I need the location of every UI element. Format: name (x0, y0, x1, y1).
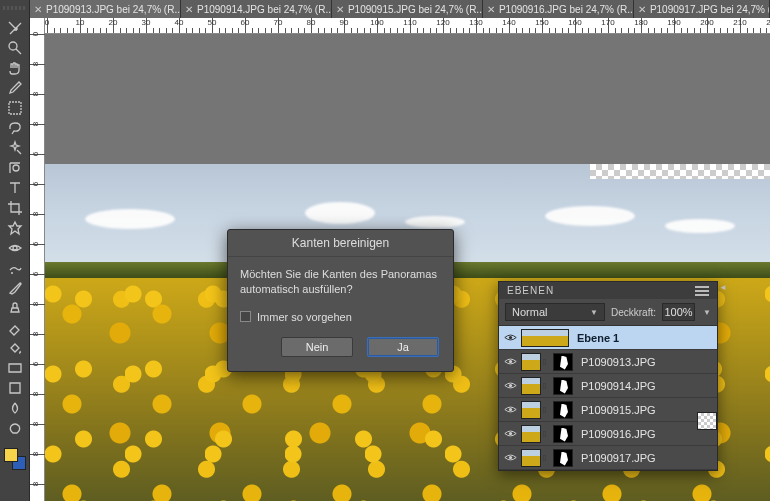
link-icon[interactable]: 𓏵 (543, 405, 551, 415)
eraser-tool[interactable] (4, 318, 26, 338)
document-tab[interactable]: ✕P1090916.JPG bei 24,7% (R... (483, 0, 634, 18)
layer-name[interactable]: P1090917.JPG (577, 452, 713, 464)
yes-button[interactable]: Ja (367, 337, 439, 357)
layer-row[interactable]: 𓏵P1090916.JPG (499, 422, 717, 446)
dialog-message: Möchten Sie die Kanten des Panoramas aut… (228, 257, 453, 303)
dialog-checkbox-row[interactable]: Immer so vorgehen (228, 303, 453, 325)
svg-point-0 (508, 336, 511, 339)
lasso-tool[interactable] (4, 118, 26, 138)
svg-point-4 (508, 432, 511, 435)
cookie-cutter-tool[interactable] (4, 218, 26, 238)
link-icon[interactable]: 𓏵 (543, 357, 551, 367)
svg-point-2 (508, 384, 511, 387)
opacity-input[interactable]: 100% (662, 303, 695, 321)
panel-collapse-icon[interactable] (719, 276, 727, 284)
tool-palette (0, 0, 30, 501)
palette-grip[interactable] (3, 6, 27, 10)
layer-mask-thumbnail[interactable] (553, 377, 573, 395)
quick-select-tool[interactable] (4, 158, 26, 178)
panel-menu-icon[interactable] (695, 286, 709, 296)
svg-point-5 (508, 456, 511, 459)
layer-name[interactable]: P1090913.JPG (577, 356, 713, 368)
close-icon[interactable]: ✕ (487, 4, 495, 15)
type-tool[interactable] (4, 178, 26, 198)
layer-thumbnail[interactable] (521, 377, 541, 395)
foreground-color-swatch[interactable] (4, 448, 18, 462)
layer-row[interactable]: 𓏵P1090913.JPG (499, 350, 717, 374)
visibility-toggle[interactable] (503, 427, 517, 441)
layer-row[interactable]: 𓏵P1090915.JPG (499, 398, 717, 422)
layer-name[interactable]: P1090914.JPG (577, 380, 713, 392)
visibility-toggle[interactable] (503, 379, 517, 393)
close-icon[interactable]: ✕ (34, 4, 42, 15)
blend-mode-value: Normal (512, 306, 547, 318)
layer-mask-thumbnail[interactable] (553, 353, 573, 371)
visibility-toggle[interactable] (503, 355, 517, 369)
layer-thumbnail[interactable] (521, 329, 569, 347)
layer-thumbnail[interactable] (521, 449, 541, 467)
visibility-toggle[interactable] (503, 331, 517, 345)
tab-label: P1090913.JPG bei 24,7% (R... (46, 4, 181, 15)
tab-label: P1090915.JPG bei 24,7% (R... (348, 4, 483, 15)
link-icon[interactable]: 𓏵 (543, 381, 551, 391)
layer-name[interactable]: Ebene 1 (573, 332, 713, 344)
layer-thumbnail[interactable] (521, 425, 541, 443)
marquee-tool[interactable] (4, 98, 26, 118)
layer-name[interactable]: P1090915.JPG (577, 404, 713, 416)
layer-thumbnail-bg[interactable] (697, 412, 717, 430)
layer-mask-thumbnail[interactable] (553, 449, 573, 467)
close-icon[interactable]: ✕ (336, 4, 344, 15)
gradient-tool[interactable] (4, 358, 26, 378)
layer-name[interactable]: P1090916.JPG (577, 428, 713, 440)
chevron-down-icon[interactable]: ▼ (701, 308, 711, 317)
move-tool[interactable] (4, 18, 26, 38)
document-tabs: ✕P1090913.JPG bei 24,7% (R...✕P1090914.J… (30, 0, 770, 18)
crop-tool[interactable] (4, 198, 26, 218)
visibility-toggle[interactable] (503, 451, 517, 465)
horizontal-ruler[interactable]: 0102030405060708090100110120130140150160… (45, 18, 770, 34)
sponge-tool[interactable] (4, 418, 26, 438)
layers-panel[interactable]: EBENEN Normal ▼ Deckkraft: 100% ▼ Ebene … (498, 281, 718, 471)
layers-list: Ebene 1𓏵P1090913.JPG𓏵P1090914.JPG𓏵P10909… (499, 326, 717, 470)
eyedropper-tool[interactable] (4, 78, 26, 98)
zoom-tool[interactable] (4, 38, 26, 58)
link-icon[interactable]: 𓏵 (543, 453, 551, 463)
blend-mode-select[interactable]: Normal ▼ (505, 303, 605, 321)
blur-tool[interactable] (4, 398, 26, 418)
layer-row[interactable]: 𓏵P1090917.JPG (499, 446, 717, 470)
layer-row[interactable]: 𓏵P1090914.JPG (499, 374, 717, 398)
clone-stamp-tool[interactable] (4, 298, 26, 318)
color-swatches[interactable] (4, 448, 26, 470)
hand-tool[interactable] (4, 58, 26, 78)
redeye-tool[interactable] (4, 238, 26, 258)
vertical-ruler[interactable]: 0888668668868888 (30, 18, 45, 501)
layer-row[interactable]: Ebene 1 (499, 326, 717, 350)
layer-thumbnail[interactable] (521, 401, 541, 419)
link-icon[interactable]: 𓏵 (543, 429, 551, 439)
magic-wand-tool[interactable] (4, 138, 26, 158)
always-checkbox-label: Immer so vorgehen (257, 311, 352, 323)
close-icon[interactable]: ✕ (638, 4, 646, 15)
document-tab[interactable]: ✕P1090915.JPG bei 24,7% (R... (332, 0, 483, 18)
tab-label: P1090916.JPG bei 24,7% (R... (499, 4, 634, 15)
transparency-region (590, 164, 770, 179)
layer-mask-thumbnail[interactable] (553, 401, 573, 419)
close-icon[interactable]: ✕ (185, 4, 193, 15)
opacity-label: Deckkraft: (611, 307, 656, 318)
layer-mask-thumbnail[interactable] (553, 425, 573, 443)
tab-label: P1090917.JPG bei 24,7% ( (650, 4, 770, 15)
brush-tool[interactable] (4, 278, 26, 298)
paint-bucket-tool[interactable] (4, 338, 26, 358)
tab-label: P1090914.JPG bei 24,7% (R... (197, 4, 332, 15)
document-tab[interactable]: ✕P1090917.JPG bei 24,7% ( (634, 0, 770, 18)
no-button[interactable]: Nein (281, 337, 353, 357)
always-checkbox[interactable] (240, 311, 251, 322)
svg-point-3 (508, 408, 511, 411)
healing-brush-tool[interactable] (4, 258, 26, 278)
document-tab[interactable]: ✕P1090914.JPG bei 24,7% (R... (181, 0, 332, 18)
visibility-toggle[interactable] (503, 403, 517, 417)
document-tab[interactable]: ✕P1090913.JPG bei 24,7% (R... (30, 0, 181, 18)
layer-thumbnail[interactable] (521, 353, 541, 371)
shape-tool[interactable] (4, 378, 26, 398)
clean-edges-dialog: Kanten bereinigen Möchten Sie die Kanten… (227, 229, 454, 372)
